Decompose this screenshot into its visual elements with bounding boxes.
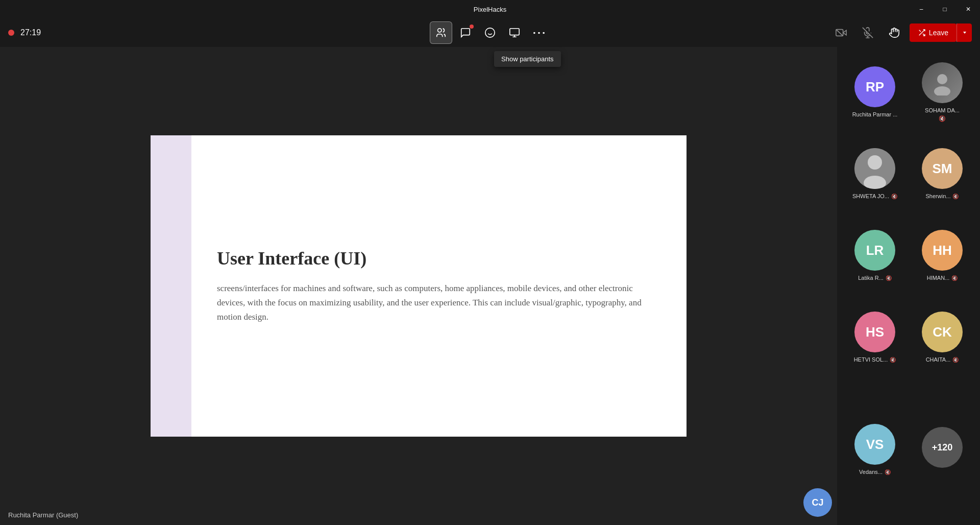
svg-line-9 [836, 30, 843, 36]
participant-more: +120 [909, 378, 976, 521]
minimize-button[interactable]: – [910, 0, 933, 18]
leave-button[interactable]: Leave [910, 23, 957, 42]
mic-muted-icon-chaita: 🔇 [952, 357, 959, 363]
svg-point-16 [868, 155, 882, 170]
mic-muted-icon-soham: 🔇 [939, 115, 946, 122]
participant-name-vedans: Vedans... [859, 469, 883, 475]
participant-hetvi: HS HETVI SOL... 🔇 [841, 296, 909, 378]
participant-himan: HH HIMAN... 🔇 [909, 214, 976, 296]
reactions-button[interactable] [479, 21, 501, 44]
svg-point-7 [543, 32, 545, 34]
close-button[interactable]: ✕ [957, 0, 980, 18]
avatar-sherwin: SM [922, 148, 963, 189]
slide-title: User Interface (UI) [217, 248, 661, 269]
mic-muted-icon-hetvi: 🔇 [890, 357, 896, 363]
participant-name-shweta: SHWETA JO... [852, 193, 889, 199]
recording-indicator [8, 30, 14, 36]
participant-soham: SOHAM DA... 🔇 [909, 51, 976, 133]
avatar-himan: HH [922, 230, 963, 271]
avatar-hetvi: HS [854, 312, 895, 352]
show-participants-tooltip: Show participants [494, 51, 561, 67]
svg-point-6 [538, 32, 540, 34]
avatar-soham [922, 62, 963, 103]
raise-hand-button[interactable] [883, 21, 905, 44]
participant-name-himan: HIMAN... [927, 275, 950, 281]
avatar-vedans: VS [854, 424, 895, 465]
participant-name-latika: Latika R... [858, 275, 884, 281]
main-content: User Interface (UI) screens/interfaces f… [0, 47, 837, 525]
participant-shweta: SHWETA JO... 🔇 [841, 133, 909, 214]
cj-avatar[interactable]: CJ [803, 488, 832, 517]
slide-body: User Interface (UI) screens/interfaces f… [191, 135, 687, 437]
participant-chaita: CK CHAITA... 🔇 [909, 296, 976, 378]
toolbar-left: 27:19 [8, 28, 41, 37]
avatar-more: +120 [922, 427, 963, 468]
window-controls: – □ ✕ [910, 0, 980, 18]
more-button[interactable] [528, 21, 550, 44]
mic-button[interactable] [856, 21, 879, 44]
chat-badge [470, 25, 474, 29]
presenter-label: Ruchita Parmar (Guest) [8, 511, 78, 519]
slide-sidebar [151, 135, 191, 437]
svg-point-5 [533, 32, 535, 34]
participant-name-hetvi: HETVI SOL... [854, 356, 888, 363]
participants-panel: RP Ruchita Parmar ... SOHAM DA... 🔇 SHWE… [837, 47, 980, 525]
avatar-rp: RP [854, 66, 895, 107]
window-title: PixelHacks [474, 6, 506, 13]
toolbar-right: Leave [830, 21, 972, 44]
participant-name-sherwin: Sherwin... [926, 193, 951, 199]
svg-rect-4 [510, 29, 519, 35]
camera-button[interactable] [830, 21, 852, 44]
mic-muted-icon-himan: 🔇 [951, 275, 958, 281]
chat-button[interactable] [454, 21, 477, 44]
slide: User Interface (UI) screens/interfaces f… [151, 135, 687, 437]
mic-muted-icon-shweta: 🔇 [891, 194, 897, 199]
participant-sherwin: SM Sherwin... 🔇 [909, 133, 976, 214]
mic-muted-icon-sherwin: 🔇 [952, 194, 959, 199]
svg-point-1 [485, 28, 495, 37]
participants-button[interactable] [430, 21, 452, 44]
participant-latika: LR Latika R... 🔇 [841, 214, 909, 296]
leave-dropdown-button[interactable] [957, 23, 972, 42]
svg-point-13 [937, 74, 947, 84]
mic-muted-icon-vedans: 🔇 [885, 469, 891, 475]
avatar-shweta [854, 148, 895, 189]
participant-name-chaita: CHAITA... [926, 356, 951, 363]
timer-display: 27:19 [20, 28, 41, 37]
mic-muted-icon-latika: 🔇 [886, 275, 892, 281]
toolbar-center [430, 21, 550, 44]
avatar-latika: LR [854, 230, 895, 271]
svg-point-0 [438, 29, 442, 32]
leave-button-group[interactable]: Leave [910, 23, 972, 42]
title-bar: PixelHacks – □ ✕ [0, 0, 980, 18]
participant-name-rp: Ruchita Parmar ... [852, 111, 898, 117]
maximize-button[interactable]: □ [933, 0, 957, 18]
svg-point-14 [934, 86, 950, 96]
toolbar: 27:19 [0, 18, 980, 47]
participant-name-soham: SOHAM DA... [925, 107, 960, 113]
share-button[interactable] [503, 21, 526, 44]
participant-rp: RP Ruchita Parmar ... [841, 51, 909, 133]
avatar-chaita: CK [922, 312, 963, 352]
participant-vedans: VS Vedans... 🔇 [841, 378, 909, 521]
participant-icons-soham: 🔇 [939, 115, 946, 122]
slide-body-text: screens/interfaces for machines and soft… [217, 281, 661, 324]
